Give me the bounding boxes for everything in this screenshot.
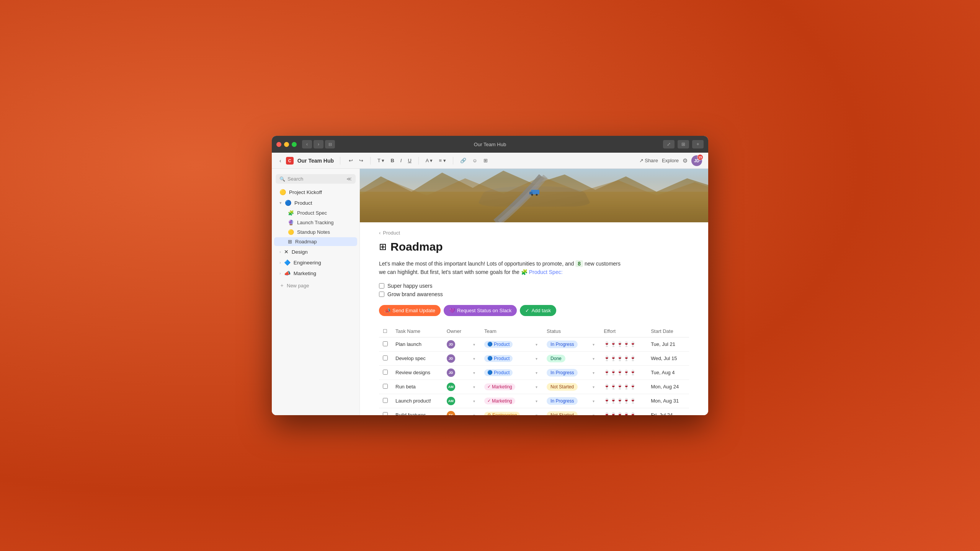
sidebar-label-product: Product [294, 200, 352, 206]
owner-dropdown[interactable]: ▾ [469, 380, 481, 394]
status-dropdown[interactable]: ▾ [589, 351, 600, 365]
team-dropdown-arrow-icon[interactable]: ▾ [536, 371, 537, 375]
status-dropdown-arrow-icon[interactable]: ▾ [593, 342, 595, 347]
status-dropdown[interactable]: ▾ [589, 365, 600, 380]
status-dropdown[interactable]: ▾ [589, 380, 600, 394]
team-dropdown-arrow-icon[interactable]: ▾ [536, 399, 537, 403]
effort-stars: 🍷🍷🍷🍷🍷 [604, 341, 643, 347]
dropdown-arrow-icon[interactable]: ▾ [473, 342, 475, 347]
send-email-button[interactable]: 📣 Send Email Update [379, 305, 441, 316]
more-button[interactable]: ⊞ [481, 156, 490, 165]
status-dropdown[interactable]: ▾ [589, 337, 600, 351]
dropdown-arrow-icon[interactable]: ▾ [473, 357, 475, 361]
align-button[interactable]: ≡ ▾ [436, 156, 448, 165]
table-row: Run beta AM ▾ ✓ Marketing ▾ Not Started … [379, 380, 689, 394]
minimize-button[interactable] [284, 142, 289, 147]
team-dropdown[interactable]: ▾ [532, 351, 543, 365]
sidebar-item-marketing[interactable]: › 📣 Marketing [274, 268, 357, 278]
owner-dropdown[interactable]: ▾ [469, 351, 481, 365]
view-toggle-button[interactable]: ⊟ [325, 140, 335, 148]
emoji-button[interactable]: ☺ [470, 156, 480, 165]
forward-nav-button[interactable]: › [314, 140, 323, 148]
sidebar-item-product-spec[interactable]: 🧩 Product Spec [274, 209, 357, 217]
sidebar-item-project-kickoff[interactable]: 🟡 Project Kickoff [274, 187, 357, 197]
search-bar[interactable]: 🔍 Search ≪ [276, 174, 356, 184]
team-dropdown[interactable]: ▾ [532, 380, 543, 394]
row-checkbox[interactable] [379, 351, 392, 365]
breadcrumb-parent[interactable]: Product [383, 230, 400, 236]
team-dropdown[interactable]: ▾ [532, 365, 543, 380]
chevron-right-icon: › [279, 249, 281, 254]
new-page-button[interactable]: ＋ New page [274, 280, 357, 291]
row-checkbox[interactable] [379, 408, 392, 415]
user-avatar-button[interactable]: JD 15 [691, 155, 702, 166]
status-dropdown[interactable]: ▾ [589, 394, 600, 408]
sidebar-back-button[interactable]: ‹ [278, 156, 283, 165]
owner-dropdown[interactable]: ▾ [469, 365, 481, 380]
split-button[interactable]: ⊞ [678, 140, 689, 148]
checkbox-1[interactable] [379, 283, 384, 289]
row-checkbox[interactable] [379, 337, 392, 351]
status-dropdown-arrow-icon[interactable]: ▾ [593, 385, 595, 389]
add-task-button[interactable]: ✓ Add task [520, 305, 556, 316]
team-dropdown[interactable]: ▾ [532, 408, 543, 415]
underline-button[interactable]: U [405, 156, 413, 165]
sidebar-label-product-spec: Product Spec [297, 210, 327, 216]
bold-button[interactable]: B [388, 156, 396, 165]
task-checkbox[interactable] [383, 370, 388, 375]
collapse-button[interactable]: ≪ [346, 176, 352, 182]
task-checkbox[interactable] [383, 412, 388, 415]
team-dropdown-arrow-icon[interactable]: ▾ [536, 342, 537, 347]
request-slack-button[interactable]: 💜 Request Status on Slack [444, 305, 517, 316]
status-dropdown[interactable]: ▾ [589, 408, 600, 415]
undo-button[interactable]: ↩ [346, 156, 355, 165]
task-checkbox[interactable] [383, 398, 388, 403]
task-checkbox[interactable] [383, 355, 388, 360]
team-dropdown-arrow-icon[interactable]: ▾ [536, 413, 537, 415]
row-checkbox[interactable] [379, 394, 392, 408]
sidebar-item-roadmap[interactable]: ⊞ Roadmap [274, 237, 357, 246]
team-cell: 🔵 Product [480, 337, 532, 351]
explore-button[interactable]: Explore [662, 158, 679, 163]
task-checkbox[interactable] [383, 384, 388, 389]
dropdown-arrow-icon[interactable]: ▾ [473, 399, 475, 403]
link-button[interactable]: 🔗 [458, 156, 469, 165]
team-dropdown-arrow-icon[interactable]: ▾ [536, 385, 537, 389]
back-nav-button[interactable]: ‹ [302, 140, 312, 148]
dropdown-arrow-icon[interactable]: ▾ [473, 385, 475, 389]
maximize-button[interactable] [292, 142, 297, 147]
sidebar-item-standup-notes[interactable]: 🟡 Standup Notes [274, 228, 357, 236]
add-window-button[interactable]: + [692, 140, 704, 148]
row-checkbox[interactable] [379, 380, 392, 394]
text-style-button[interactable]: T ▾ [375, 156, 387, 165]
redo-button[interactable]: ↪ [357, 156, 366, 165]
font-color-button[interactable]: A ▾ [423, 156, 435, 165]
owner-dropdown[interactable]: ▾ [469, 408, 481, 415]
team-dropdown[interactable]: ▾ [532, 394, 543, 408]
owner-dropdown[interactable]: ▾ [469, 394, 481, 408]
product-spec-link[interactable]: Product Spec: [529, 269, 563, 275]
dropdown-arrow-icon[interactable]: ▾ [473, 371, 475, 375]
status-dropdown-arrow-icon[interactable]: ▾ [593, 413, 595, 415]
sidebar-item-engineering[interactable]: › 🔷 Engineering [274, 258, 357, 267]
team-dropdown[interactable]: ▾ [532, 337, 543, 351]
settings-button[interactable]: ⚙ [683, 157, 688, 164]
star-full: 🍷 [623, 355, 629, 361]
checkbox-2[interactable] [379, 292, 384, 297]
sidebar-item-product[interactable]: ▾ 🔵 Product [274, 198, 357, 208]
italic-button[interactable]: I [398, 156, 404, 165]
fullscreen-button[interactable]: ⤢ [663, 140, 675, 148]
row-checkbox[interactable] [379, 365, 392, 380]
team-dropdown-arrow-icon[interactable]: ▾ [536, 357, 537, 361]
task-checkbox[interactable] [383, 341, 388, 346]
status-dropdown-arrow-icon[interactable]: ▾ [593, 399, 595, 403]
status-dropdown-arrow-icon[interactable]: ▾ [593, 357, 595, 361]
sidebar-item-design[interactable]: › ✕ Design [274, 247, 357, 257]
owner-dropdown[interactable]: ▾ [469, 337, 481, 351]
sidebar-item-launch-tracking[interactable]: 🔮 Launch Tracking [274, 218, 357, 227]
share-button[interactable]: ↗ Share [639, 158, 658, 163]
star-full: 🍷 [630, 412, 636, 415]
dropdown-arrow-icon[interactable]: ▾ [473, 413, 475, 415]
close-button[interactable] [276, 142, 281, 147]
status-dropdown-arrow-icon[interactable]: ▾ [593, 371, 595, 375]
